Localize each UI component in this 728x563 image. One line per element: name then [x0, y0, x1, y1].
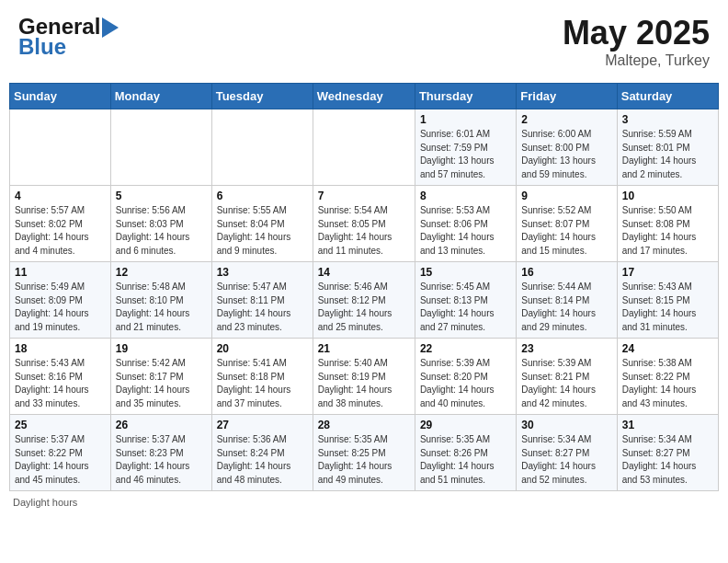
calendar-day-30: 30Sunrise: 5:34 AM Sunset: 8:27 PM Dayli…	[517, 415, 617, 491]
calendar-table: SundayMondayTuesdayWednesdayThursdayFrid…	[9, 83, 719, 491]
day-info: Sunrise: 5:54 AM Sunset: 8:05 PM Dayligh…	[318, 204, 410, 258]
day-number: 26	[116, 419, 207, 431]
day-info: Sunrise: 5:41 AM Sunset: 8:18 PM Dayligh…	[217, 357, 308, 410]
day-number: 23	[521, 342, 611, 355]
day-number: 15	[420, 266, 511, 279]
day-number: 6	[217, 190, 308, 202]
day-number: 5	[116, 190, 207, 202]
day-number: 19	[116, 342, 207, 355]
calendar-day-24: 24Sunrise: 5:38 AM Sunset: 8:22 PM Dayli…	[617, 339, 718, 415]
calendar-day-5: 5Sunrise: 5:56 AM Sunset: 8:03 PM Daylig…	[110, 186, 211, 262]
logo-arrow-icon	[102, 17, 119, 38]
weekday-header-saturday: Saturday	[617, 84, 718, 109]
calendar-day-23: 23Sunrise: 5:39 AM Sunset: 8:21 PM Dayli…	[517, 339, 617, 415]
weekday-header-tuesday: Tuesday	[211, 84, 313, 109]
calendar-location: Maltepe, Turkey	[563, 52, 710, 69]
calendar-day-16: 16Sunrise: 5:44 AM Sunset: 8:14 PM Dayli…	[517, 262, 617, 339]
day-info: Sunrise: 5:50 AM Sunset: 8:08 PM Dayligh…	[622, 204, 713, 258]
calendar-day-3: 3Sunrise: 5:59 AM Sunset: 8:01 PM Daylig…	[617, 109, 718, 186]
day-number: 18	[15, 342, 106, 355]
day-number: 29	[420, 419, 511, 431]
day-info: Sunrise: 5:35 AM Sunset: 8:26 PM Dayligh…	[420, 433, 511, 487]
calendar-day-20: 20Sunrise: 5:41 AM Sunset: 8:18 PM Dayli…	[211, 339, 313, 415]
calendar-day-12: 12Sunrise: 5:48 AM Sunset: 8:10 PM Dayli…	[110, 262, 211, 339]
day-info: Sunrise: 5:47 AM Sunset: 8:11 PM Dayligh…	[217, 281, 308, 334]
day-info: Sunrise: 5:48 AM Sunset: 8:10 PM Dayligh…	[116, 281, 207, 334]
day-info: Sunrise: 5:52 AM Sunset: 8:07 PM Dayligh…	[521, 204, 611, 258]
calendar-day-28: 28Sunrise: 5:35 AM Sunset: 8:25 PM Dayli…	[313, 415, 415, 491]
day-number: 11	[15, 266, 106, 279]
calendar-day-26: 26Sunrise: 5:37 AM Sunset: 8:23 PM Dayli…	[110, 415, 211, 491]
weekday-header-sunday: Sunday	[10, 84, 111, 109]
day-info: Sunrise: 5:53 AM Sunset: 8:06 PM Dayligh…	[420, 204, 511, 258]
day-number: 24	[622, 342, 713, 355]
day-number: 17	[622, 266, 713, 279]
day-number: 7	[318, 190, 410, 202]
calendar-week-row: 25Sunrise: 5:37 AM Sunset: 8:22 PM Dayli…	[10, 415, 719, 491]
calendar-day-11: 11Sunrise: 5:49 AM Sunset: 8:09 PM Dayli…	[10, 262, 111, 339]
day-info: Sunrise: 5:46 AM Sunset: 8:12 PM Dayligh…	[318, 281, 410, 334]
day-number: 31	[622, 419, 713, 431]
day-info: Sunrise: 5:49 AM Sunset: 8:09 PM Dayligh…	[15, 281, 106, 334]
day-info: Sunrise: 6:01 AM Sunset: 7:59 PM Dayligh…	[420, 128, 511, 181]
day-info: Sunrise: 5:39 AM Sunset: 8:21 PM Dayligh…	[521, 357, 611, 410]
day-info: Sunrise: 5:45 AM Sunset: 8:13 PM Dayligh…	[420, 281, 511, 334]
weekday-header-wednesday: Wednesday	[313, 84, 415, 109]
day-number: 27	[217, 419, 308, 431]
calendar-day-18: 18Sunrise: 5:43 AM Sunset: 8:16 PM Dayli…	[10, 339, 111, 415]
day-number: 20	[217, 342, 308, 355]
day-info: Sunrise: 5:37 AM Sunset: 8:23 PM Dayligh…	[116, 433, 207, 487]
day-number: 13	[217, 266, 308, 279]
day-info: Sunrise: 5:34 AM Sunset: 8:27 PM Dayligh…	[521, 433, 611, 487]
day-info: Sunrise: 5:38 AM Sunset: 8:22 PM Dayligh…	[622, 357, 713, 410]
day-info: Sunrise: 5:56 AM Sunset: 8:03 PM Dayligh…	[116, 204, 207, 258]
calendar-day-22: 22Sunrise: 5:39 AM Sunset: 8:20 PM Dayli…	[415, 339, 516, 415]
footer-note: Daylight hours	[9, 497, 719, 508]
day-number: 10	[622, 190, 713, 202]
calendar-title: May 2025	[563, 14, 710, 52]
calendar-day-21: 21Sunrise: 5:40 AM Sunset: 8:19 PM Dayli…	[313, 339, 415, 415]
calendar-day-4: 4Sunrise: 5:57 AM Sunset: 8:02 PM Daylig…	[10, 186, 111, 262]
day-info: Sunrise: 5:44 AM Sunset: 8:14 PM Dayligh…	[521, 281, 611, 334]
title-block: May 2025 Maltepe, Turkey	[563, 14, 710, 69]
calendar-day-1: 1Sunrise: 6:01 AM Sunset: 7:59 PM Daylig…	[415, 109, 516, 186]
calendar-week-row: 1Sunrise: 6:01 AM Sunset: 7:59 PM Daylig…	[10, 109, 719, 186]
weekday-header-friday: Friday	[517, 84, 617, 109]
calendar-empty-cell	[110, 109, 211, 186]
calendar-header-row: SundayMondayTuesdayWednesdayThursdayFrid…	[10, 84, 719, 109]
calendar-day-6: 6Sunrise: 5:55 AM Sunset: 8:04 PM Daylig…	[211, 186, 313, 262]
calendar-day-31: 31Sunrise: 5:34 AM Sunset: 8:27 PM Dayli…	[617, 415, 718, 491]
calendar-day-29: 29Sunrise: 5:35 AM Sunset: 8:26 PM Dayli…	[415, 415, 516, 491]
weekday-header-monday: Monday	[110, 84, 211, 109]
day-info: Sunrise: 5:55 AM Sunset: 8:04 PM Dayligh…	[217, 204, 308, 258]
day-info: Sunrise: 5:42 AM Sunset: 8:17 PM Dayligh…	[116, 357, 207, 410]
calendar-day-15: 15Sunrise: 5:45 AM Sunset: 8:13 PM Dayli…	[415, 262, 516, 339]
calendar-empty-cell	[10, 109, 111, 186]
day-info: Sunrise: 5:57 AM Sunset: 8:02 PM Dayligh…	[15, 204, 106, 258]
day-number: 21	[318, 342, 410, 355]
page-header: General Blue May 2025 Maltepe, Turkey	[9, 9, 719, 74]
day-info: Sunrise: 5:43 AM Sunset: 8:16 PM Dayligh…	[15, 357, 106, 410]
calendar-week-row: 18Sunrise: 5:43 AM Sunset: 8:16 PM Dayli…	[10, 339, 719, 415]
calendar-week-row: 4Sunrise: 5:57 AM Sunset: 8:02 PM Daylig…	[10, 186, 719, 262]
day-info: Sunrise: 5:34 AM Sunset: 8:27 PM Dayligh…	[622, 433, 713, 487]
day-info: Sunrise: 5:35 AM Sunset: 8:25 PM Dayligh…	[318, 433, 410, 487]
day-info: Sunrise: 5:36 AM Sunset: 8:24 PM Dayligh…	[217, 433, 308, 487]
calendar-day-19: 19Sunrise: 5:42 AM Sunset: 8:17 PM Dayli…	[110, 339, 211, 415]
day-info: Sunrise: 5:59 AM Sunset: 8:01 PM Dayligh…	[622, 128, 713, 181]
calendar-empty-cell	[313, 109, 415, 186]
day-number: 9	[521, 190, 611, 202]
day-number: 1	[420, 113, 511, 126]
calendar-day-2: 2Sunrise: 6:00 AM Sunset: 8:00 PM Daylig…	[517, 109, 617, 186]
calendar-day-10: 10Sunrise: 5:50 AM Sunset: 8:08 PM Dayli…	[617, 186, 718, 262]
day-info: Sunrise: 5:40 AM Sunset: 8:19 PM Dayligh…	[318, 357, 410, 410]
calendar-day-17: 17Sunrise: 5:43 AM Sunset: 8:15 PM Dayli…	[617, 262, 718, 339]
calendar-day-25: 25Sunrise: 5:37 AM Sunset: 8:22 PM Dayli…	[10, 415, 111, 491]
day-number: 3	[622, 113, 713, 126]
day-number: 16	[521, 266, 611, 279]
weekday-header-thursday: Thursday	[415, 84, 516, 109]
calendar-day-8: 8Sunrise: 5:53 AM Sunset: 8:06 PM Daylig…	[415, 186, 516, 262]
day-number: 8	[420, 190, 511, 202]
calendar-day-13: 13Sunrise: 5:47 AM Sunset: 8:11 PM Dayli…	[211, 262, 313, 339]
calendar-empty-cell	[211, 109, 313, 186]
